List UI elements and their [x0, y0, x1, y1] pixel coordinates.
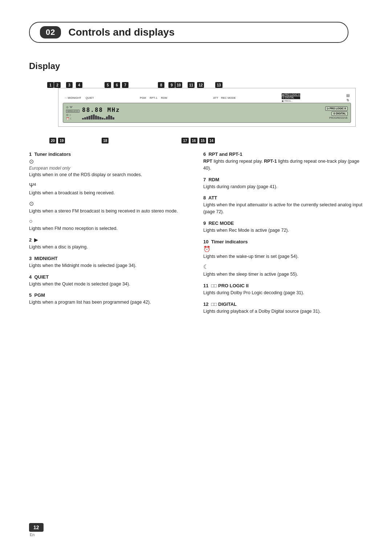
desc-item-1: 1 Tuner indicators ⊙ European model only…	[29, 151, 189, 232]
desc-text-signal: Lights when a broadcast is being receive…	[29, 190, 189, 197]
lcd-icon-rds: ⊙	[66, 106, 69, 109]
page-number: 12	[29, 523, 44, 532]
right-column: 6 RPT and RPT-1 RPT lights during repeat…	[203, 151, 363, 320]
left-column: 1 Tuner indicators ⊙ European model only…	[29, 151, 189, 320]
sub-desc-signal: Ψ⁴ Lights when a broadcast is being rece…	[29, 182, 189, 197]
desc-item-10: 10 Timer indicators ⏰ Lights when the wa…	[203, 239, 363, 278]
desc-item-11: 11 □□ PRO LOGIC II Lights during Dolby P…	[203, 283, 363, 296]
desc-header-4: 4 QUIET	[29, 274, 189, 280]
page-footer: 12 En	[29, 523, 44, 537]
lcd-midnight-label: → MIDNIGHT	[64, 96, 81, 100]
lcd-bar	[89, 116, 90, 119]
top-number-labels: 1 2 3 4 5 6 7 8 9 10 11 12 13	[44, 80, 341, 88]
page-lang: En	[30, 532, 34, 537]
lcd-bar	[110, 116, 112, 119]
lcd-progressive-label: ▣ PROG...	[282, 100, 300, 102]
label-17: 17	[181, 138, 188, 143]
lcd-bar	[93, 114, 95, 119]
lcd-bar	[113, 117, 114, 119]
desc-header-9: 9 REC MODE	[203, 220, 363, 226]
label-10: 10	[175, 82, 182, 88]
desc-text-rds: Lights when in one of the RDS display or…	[29, 171, 189, 178]
icon-stereo: ⊙	[29, 200, 189, 207]
lcd-bar	[108, 115, 110, 119]
label-20: 20	[49, 138, 56, 143]
desc-item-5: 5 PGM Lights when a program list has bee…	[29, 292, 189, 306]
desc-text-6: RPT lights during repeat play. RPT-1 lig…	[203, 158, 363, 172]
lcd-bar	[84, 117, 86, 119]
lcd-icon-fm: ⊙	[66, 113, 69, 117]
lcd-recmode-label: REC MODE	[221, 96, 236, 100]
label-6: 6	[114, 82, 120, 88]
desc-text-wakeup: Lights when the wake-up timer is set (pa…	[203, 253, 363, 260]
lcd-pgm-label: PGM	[140, 96, 146, 100]
icon-wakeup: ⏰	[203, 246, 363, 252]
label-11: 11	[188, 82, 195, 88]
desc-header-8: 8 ATT	[203, 195, 363, 200]
desc-text-12: Lights during playback of a Dolby Digita…	[203, 308, 363, 315]
desc-header-11: 11 □□ PRO LOGIC II	[203, 283, 363, 288]
desc-text-mono: Lights when FM mono reception is selecte…	[29, 225, 189, 232]
desc-header-5: 5 PGM	[29, 292, 189, 298]
desc-item-8: 8 ATT Lights when the input attenuator i…	[203, 195, 363, 215]
lcd-rdm-label: RDM	[161, 96, 167, 100]
label-4: 4	[76, 82, 82, 88]
lcd-bar	[104, 118, 106, 119]
bottom-number-labels: 20 19 18 17 16 15 14	[44, 138, 341, 146]
chapter-header: 02 Controls and displays	[29, 22, 348, 43]
lcd-panel: → MIDNIGHT QUIET PGM RPT-1 RDM ATT REC M…	[58, 88, 356, 127]
desc-header-1: 1 Tuner indicators	[29, 151, 189, 157]
sub-desc-sleep: ☾ Lights when the sleep timer is active …	[203, 263, 363, 278]
desc-text-11: Lights during Dolby Pro Logic decoding (…	[203, 289, 363, 296]
lcd-icon-sleep: ☾	[70, 117, 72, 120]
icon-mono: ○	[29, 218, 189, 224]
descriptions-grid: 1 Tuner indicators ⊙ European model only…	[29, 151, 363, 320]
label-16: 16	[191, 138, 197, 143]
label-3: 3	[66, 82, 73, 88]
lcd-frequency: 88.88 MHz	[82, 106, 320, 113]
sub-desc-stereo: ⊙ Lights when a stereo FM broadcast is b…	[29, 200, 189, 215]
label-15: 15	[199, 138, 206, 143]
desc-item-3: 3 MIDNIGHT Lights when the Midnight mode…	[29, 256, 189, 269]
desc-header-10: 10 Timer indicators	[203, 239, 363, 244]
label-9: 9	[168, 82, 175, 88]
lcd-rpt1-label: RPT-1	[150, 96, 157, 100]
sub-desc-wakeup: ⏰ Lights when the wake-up timer is set (…	[203, 246, 363, 260]
desc-text-stereo: Lights when a stereo FM broadcast is bei…	[29, 208, 189, 215]
lcd-bar	[97, 116, 99, 119]
label-13: 13	[215, 82, 222, 88]
label-7: 7	[122, 82, 128, 88]
lcd-prologic-badge: ▷ PRO LOGIC II	[325, 106, 348, 111]
lcd-prologic-label: ■ PRO LOGIC II	[282, 93, 300, 96]
section-title: Display	[29, 61, 363, 71]
lcd-att-label: ATT	[213, 96, 218, 100]
lcd-right-icons: ▤ ↯	[346, 93, 350, 102]
icon-rds: ⊙	[29, 158, 189, 165]
lcd-icon-signal: Ψ	[70, 105, 73, 109]
desc-header-7: 7 RDM	[203, 177, 363, 182]
lcd-bar	[106, 117, 108, 119]
desc-text-3: Lights when the Midnight mode is selecte…	[29, 262, 189, 269]
desc-header-2: 2 ▶	[29, 237, 189, 243]
lcd-bar	[86, 117, 88, 119]
label-5: 5	[105, 82, 111, 88]
lcd-icon-mono: ○	[69, 113, 71, 117]
lcd-bar	[102, 118, 103, 119]
lcd-bar	[99, 117, 101, 119]
lcd-progressive-badge: PROGRESSIVE	[329, 117, 348, 119]
lcd-icon-timer: ⏰	[66, 117, 69, 120]
sub-desc-mono: ○ Lights when FM mono reception is selec…	[29, 218, 189, 232]
desc-text-sleep: Lights when the sleep timer is active (p…	[203, 271, 363, 278]
lcd-digital-badge: ⊙ DIGITAL	[331, 112, 348, 116]
desc-text-2: Lights when a disc is playing.	[29, 244, 189, 251]
desc-header-12: 12 □□ DIGITAL	[203, 301, 363, 307]
desc-header-3: 3 MIDNIGHT	[29, 256, 189, 261]
label-1: 1	[47, 82, 54, 88]
desc-text-4: Lights when the Quiet mode is selected (…	[29, 281, 189, 288]
display-diagram: 1 2 3 4 5 6 7 8 9 10 11 12 13	[44, 80, 341, 146]
desc-item-4: 4 QUIET Lights when the Quiet mode is se…	[29, 274, 189, 288]
lcd-bar	[82, 118, 84, 119]
icon-sleep: ☾	[203, 263, 363, 270]
label-14: 14	[208, 138, 215, 143]
desc-item-2: 2 ▶ Lights when a disc is playing.	[29, 237, 189, 251]
